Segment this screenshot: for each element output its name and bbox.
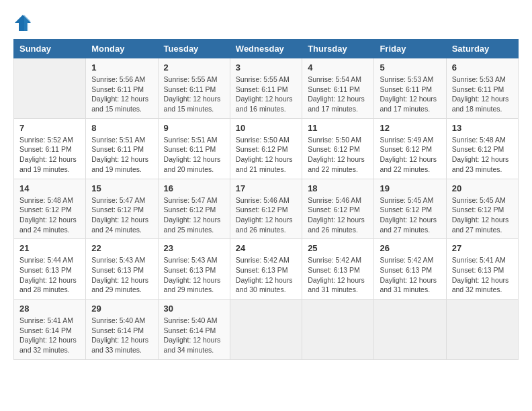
day-number: 21 bbox=[19, 243, 80, 253]
calendar-cell: 30Sunrise: 5:40 AMSunset: 6:14 PMDayligh… bbox=[158, 300, 230, 360]
calendar-cell: 1Sunrise: 5:56 AMSunset: 6:11 PMDaylight… bbox=[86, 58, 158, 119]
week-row-2: 7Sunrise: 5:52 AMSunset: 6:11 PMDaylight… bbox=[14, 118, 519, 179]
calendar-cell: 18Sunrise: 5:46 AMSunset: 6:12 PMDayligh… bbox=[302, 179, 374, 239]
logo-icon bbox=[13, 13, 32, 32]
day-header-saturday: Saturday bbox=[446, 40, 518, 58]
day-info: Sunrise: 5:45 AMSunset: 6:12 PMDaylight:… bbox=[380, 195, 440, 235]
calendar-cell: 29Sunrise: 5:40 AMSunset: 6:14 PMDayligh… bbox=[86, 300, 158, 360]
day-number: 9 bbox=[164, 123, 224, 133]
calendar-cell: 9Sunrise: 5:51 AMSunset: 6:11 PMDaylight… bbox=[158, 118, 230, 179]
day-info: Sunrise: 5:55 AMSunset: 6:11 PMDaylight:… bbox=[164, 75, 224, 114]
calendar-table: SundayMondayTuesdayWednesdayThursdayFrid… bbox=[13, 39, 519, 360]
day-number: 3 bbox=[236, 62, 296, 73]
day-number: 26 bbox=[380, 243, 440, 253]
day-info: Sunrise: 5:48 AMSunset: 6:12 PMDaylight:… bbox=[452, 135, 513, 175]
day-header-sunday: Sunday bbox=[14, 40, 86, 58]
calendar-cell: 25Sunrise: 5:42 AMSunset: 6:13 PMDayligh… bbox=[302, 239, 374, 300]
calendar-cell: 24Sunrise: 5:42 AMSunset: 6:13 PMDayligh… bbox=[230, 239, 302, 300]
day-info: Sunrise: 5:49 AMSunset: 6:12 PMDaylight:… bbox=[380, 135, 440, 175]
day-info: Sunrise: 5:54 AMSunset: 6:11 PMDaylight:… bbox=[308, 75, 368, 114]
day-header-friday: Friday bbox=[374, 40, 446, 58]
day-info: Sunrise: 5:51 AMSunset: 6:11 PMDaylight:… bbox=[91, 135, 152, 175]
calendar-cell: 14Sunrise: 5:48 AMSunset: 6:12 PMDayligh… bbox=[14, 179, 86, 239]
calendar-cell: 15Sunrise: 5:47 AMSunset: 6:12 PMDayligh… bbox=[86, 179, 158, 239]
day-info: Sunrise: 5:50 AMSunset: 6:12 PMDaylight:… bbox=[236, 135, 296, 175]
day-info: Sunrise: 5:53 AMSunset: 6:11 PMDaylight:… bbox=[380, 75, 440, 114]
page-header bbox=[13, 13, 519, 32]
calendar-cell bbox=[446, 300, 518, 360]
calendar-cell: 3Sunrise: 5:55 AMSunset: 6:11 PMDaylight… bbox=[230, 58, 302, 119]
calendar-cell: 11Sunrise: 5:50 AMSunset: 6:12 PMDayligh… bbox=[302, 118, 374, 179]
day-info: Sunrise: 5:43 AMSunset: 6:13 PMDaylight:… bbox=[91, 255, 152, 295]
calendar-cell bbox=[14, 58, 86, 119]
calendar-cell: 10Sunrise: 5:50 AMSunset: 6:12 PMDayligh… bbox=[230, 118, 302, 179]
day-number: 28 bbox=[19, 304, 80, 314]
svg-marker-0 bbox=[15, 15, 31, 31]
day-info: Sunrise: 5:42 AMSunset: 6:13 PMDaylight:… bbox=[308, 255, 368, 295]
day-info: Sunrise: 5:52 AMSunset: 6:11 PMDaylight:… bbox=[19, 135, 80, 175]
day-number: 11 bbox=[308, 123, 368, 133]
calendar-cell bbox=[302, 300, 374, 360]
day-info: Sunrise: 5:50 AMSunset: 6:12 PMDaylight:… bbox=[308, 135, 368, 175]
day-number: 24 bbox=[236, 243, 296, 253]
calendar-cell: 19Sunrise: 5:45 AMSunset: 6:12 PMDayligh… bbox=[374, 179, 446, 239]
day-number: 29 bbox=[91, 304, 152, 314]
day-info: Sunrise: 5:48 AMSunset: 6:12 PMDaylight:… bbox=[19, 195, 80, 235]
week-row-1: 1Sunrise: 5:56 AMSunset: 6:11 PMDaylight… bbox=[14, 58, 519, 119]
day-number: 18 bbox=[308, 183, 368, 193]
calendar-cell: 7Sunrise: 5:52 AMSunset: 6:11 PMDaylight… bbox=[14, 118, 86, 179]
day-info: Sunrise: 5:47 AMSunset: 6:12 PMDaylight:… bbox=[91, 195, 152, 235]
day-number: 15 bbox=[91, 183, 152, 193]
day-number: 27 bbox=[452, 243, 513, 253]
day-number: 7 bbox=[19, 123, 80, 133]
day-info: Sunrise: 5:42 AMSunset: 6:13 PMDaylight:… bbox=[236, 255, 296, 295]
calendar-cell: 8Sunrise: 5:51 AMSunset: 6:11 PMDaylight… bbox=[86, 118, 158, 179]
day-header-thursday: Thursday bbox=[302, 40, 374, 58]
day-header-monday: Monday bbox=[86, 40, 158, 58]
day-info: Sunrise: 5:51 AMSunset: 6:11 PMDaylight:… bbox=[164, 135, 224, 175]
day-info: Sunrise: 5:56 AMSunset: 6:11 PMDaylight:… bbox=[91, 75, 152, 114]
day-number: 6 bbox=[452, 62, 513, 73]
day-info: Sunrise: 5:53 AMSunset: 6:11 PMDaylight:… bbox=[452, 75, 513, 114]
day-number: 12 bbox=[380, 123, 440, 133]
day-info: Sunrise: 5:44 AMSunset: 6:13 PMDaylight:… bbox=[19, 255, 80, 295]
day-number: 8 bbox=[91, 123, 152, 133]
calendar-header-row: SundayMondayTuesdayWednesdayThursdayFrid… bbox=[14, 40, 519, 58]
day-info: Sunrise: 5:40 AMSunset: 6:14 PMDaylight:… bbox=[164, 316, 224, 355]
day-info: Sunrise: 5:45 AMSunset: 6:12 PMDaylight:… bbox=[452, 195, 513, 235]
day-info: Sunrise: 5:41 AMSunset: 6:14 PMDaylight:… bbox=[19, 316, 80, 355]
day-number: 4 bbox=[308, 62, 368, 73]
day-number: 23 bbox=[164, 243, 224, 253]
day-info: Sunrise: 5:41 AMSunset: 6:13 PMDaylight:… bbox=[452, 255, 513, 295]
week-row-3: 14Sunrise: 5:48 AMSunset: 6:12 PMDayligh… bbox=[14, 179, 519, 239]
day-number: 5 bbox=[380, 62, 440, 73]
calendar-cell: 2Sunrise: 5:55 AMSunset: 6:11 PMDaylight… bbox=[158, 58, 230, 119]
calendar-cell: 4Sunrise: 5:54 AMSunset: 6:11 PMDaylight… bbox=[302, 58, 374, 119]
calendar-cell: 22Sunrise: 5:43 AMSunset: 6:13 PMDayligh… bbox=[86, 239, 158, 300]
calendar-cell: 5Sunrise: 5:53 AMSunset: 6:11 PMDaylight… bbox=[374, 58, 446, 119]
day-number: 25 bbox=[308, 243, 368, 253]
calendar-cell: 28Sunrise: 5:41 AMSunset: 6:14 PMDayligh… bbox=[14, 300, 86, 360]
day-number: 19 bbox=[380, 183, 440, 193]
day-number: 10 bbox=[236, 123, 296, 133]
day-info: Sunrise: 5:42 AMSunset: 6:13 PMDaylight:… bbox=[380, 255, 440, 295]
day-number: 13 bbox=[452, 123, 513, 133]
day-number: 20 bbox=[452, 183, 513, 193]
calendar-cell: 23Sunrise: 5:43 AMSunset: 6:13 PMDayligh… bbox=[158, 239, 230, 300]
calendar-cell bbox=[374, 300, 446, 360]
day-info: Sunrise: 5:55 AMSunset: 6:11 PMDaylight:… bbox=[236, 75, 296, 114]
day-info: Sunrise: 5:43 AMSunset: 6:13 PMDaylight:… bbox=[164, 255, 224, 295]
calendar-cell: 12Sunrise: 5:49 AMSunset: 6:12 PMDayligh… bbox=[374, 118, 446, 179]
day-info: Sunrise: 5:46 AMSunset: 6:12 PMDaylight:… bbox=[236, 195, 296, 235]
calendar-cell: 20Sunrise: 5:45 AMSunset: 6:12 PMDayligh… bbox=[446, 179, 518, 239]
day-number: 30 bbox=[164, 304, 224, 314]
day-number: 2 bbox=[164, 62, 224, 73]
day-info: Sunrise: 5:40 AMSunset: 6:14 PMDaylight:… bbox=[91, 316, 152, 355]
calendar-cell: 6Sunrise: 5:53 AMSunset: 6:11 PMDaylight… bbox=[446, 58, 518, 119]
week-row-5: 28Sunrise: 5:41 AMSunset: 6:14 PMDayligh… bbox=[14, 300, 519, 360]
day-number: 17 bbox=[236, 183, 296, 193]
logo bbox=[13, 13, 35, 32]
calendar-cell bbox=[230, 300, 302, 360]
calendar-cell: 21Sunrise: 5:44 AMSunset: 6:13 PMDayligh… bbox=[14, 239, 86, 300]
calendar-cell: 16Sunrise: 5:47 AMSunset: 6:12 PMDayligh… bbox=[158, 179, 230, 239]
